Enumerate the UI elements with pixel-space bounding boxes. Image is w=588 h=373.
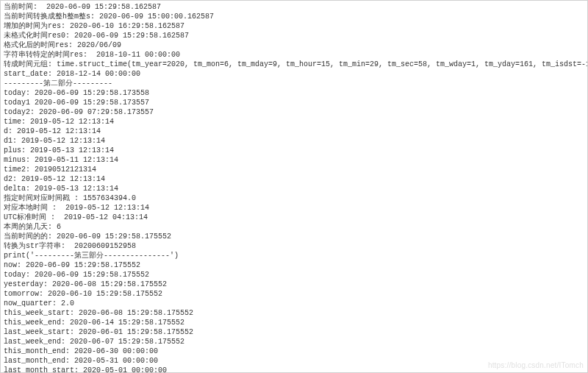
console-line: today1 2020-06-09 15:29:58.173557 — [4, 98, 584, 107]
console-line: last_month_end: 2020-05-31 00:00:00 — [4, 356, 584, 366]
console-line: last_month_start: 2020-05-01 00:00:00 — [4, 366, 584, 373]
console-line: minus: 2019-05-11 12:13:14 — [4, 155, 584, 165]
console-line: 本周的第几天: 6 — [4, 222, 584, 232]
console-line: 转换为str字符串: 20200609152958 — [4, 241, 584, 251]
console-line: last_week_start: 2020-06-01 15:29:58.175… — [4, 327, 584, 337]
console-line: print('---------第三部分---------------') — [4, 251, 584, 260]
console-line: 对应本地时间 : 2019-05-12 12:13:14 — [4, 203, 584, 213]
console-line: UTC标准时间 : 2019-05-12 04:13:14 — [4, 213, 584, 222]
console-line: delta: 2019-05-13 12:13:14 — [4, 184, 584, 193]
console-line: this_week_end: 2020-06-14 15:29:58.17555… — [4, 318, 584, 327]
console-line: d2: 2019-05-12 12:13:14 — [4, 174, 584, 184]
console-line: 当前时间转换成整h整m整s: 2020-06-09 15:00:00.16258… — [4, 12, 584, 21]
console-line: this_week_start: 2020-06-08 15:29:58.175… — [4, 308, 584, 318]
console-line: 当前时间的的: 2020-06-09 15:29:58.175552 — [4, 232, 584, 241]
console-line: tomorrow: 2020-06-10 15:29:58.175552 — [4, 289, 584, 299]
console-line: time2: 20190512121314 — [4, 165, 584, 174]
console-line: this_month_end: 2020-06-30 00:00:00 — [4, 347, 584, 356]
console-line: now: 2020-06-09 15:29:58.175552 — [4, 260, 584, 270]
console-line: today: 2020-06-09 15:29:58.173558 — [4, 88, 584, 98]
console-line: start_date: 2018-12-14 00:00:00 — [4, 69, 584, 79]
console-line: ---------第二部分--------- — [4, 79, 584, 88]
console-line: 当前时间: 2020-06-09 15:29:58.162587 — [4, 2, 584, 12]
console-line: plus: 2019-05-13 12:13:14 — [4, 146, 584, 155]
console-line: 转成时间元组: time.struct_time(tm_year=2020, t… — [4, 60, 584, 69]
console-line: time: 2019-05-12 12:13:14 — [4, 117, 584, 127]
console-line: yesterday: 2020-06-08 15:29:58.175552 — [4, 280, 584, 289]
console-line: today: 2020-06-09 15:29:58.175552 — [4, 270, 584, 280]
console-output: 当前时间: 2020-06-09 15:29:58.162587当前时间转换成整… — [4, 2, 584, 373]
console-line: now_quarter: 2.0 — [4, 299, 584, 308]
console-line: 指定时间对应时间戳 : 1557634394.0 — [4, 193, 584, 203]
console-line: last_week_end: 2020-06-07 15:29:58.17555… — [4, 337, 584, 347]
console-line: 字符串转特定的时间res: 2018-10-11 00:00:00 — [4, 50, 584, 60]
console-line: d: 2019-05-12 12:13:14 — [4, 127, 584, 136]
console-line: 格式化后的时间res: 2020/06/09 — [4, 40, 584, 50]
console-line: 未格式化时间res0: 2020-06-09 15:29:58.162587 — [4, 31, 584, 40]
console-line: today2: 2020-06-09 07:29:58.173557 — [4, 107, 584, 117]
console-line: 增加的时间为res: 2020-06-10 16:29:58.162587 — [4, 21, 584, 31]
console-line: d1: 2019-05-12 12:13:14 — [4, 136, 584, 146]
